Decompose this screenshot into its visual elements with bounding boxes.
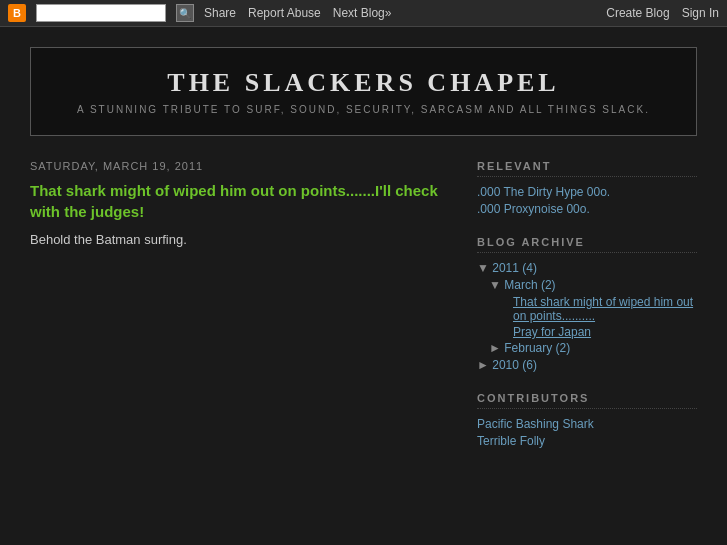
contributors-title: CONTRIBUTORS	[477, 392, 697, 409]
search-box[interactable]	[36, 4, 166, 22]
topbar-nav: Share Report Abuse Next Blog»	[204, 6, 391, 20]
topbar-right: Create Blog Sign In	[606, 6, 719, 20]
relevant-link-1[interactable]: .000 Proxynoise 00o.	[477, 202, 697, 216]
archive-post-1[interactable]: Pray for Japan	[513, 325, 697, 339]
archive-march-row: ▼ March (2)	[489, 278, 697, 292]
archive-2011-toggle[interactable]: ▼	[477, 261, 492, 275]
main-content: SATURDAY, MARCH 19, 2011 That shark migh…	[30, 160, 447, 468]
archive-2010-toggle[interactable]: ►	[477, 358, 492, 372]
archive-february-row: ► February (2)	[489, 341, 697, 355]
search-button[interactable]: 🔍	[176, 4, 194, 22]
archive-february-toggle[interactable]: ►	[489, 341, 504, 355]
archive-2011-children: ▼ March (2) That shark might of wiped hi…	[477, 278, 697, 355]
post-title: That shark might of wiped him out on poi…	[30, 180, 447, 222]
next-blog-link[interactable]: Next Blog»	[333, 6, 392, 20]
report-abuse-link[interactable]: Report Abuse	[248, 6, 321, 20]
archive-section: BLOG ARCHIVE ▼ 2011 (4) ▼ March (2) That…	[477, 236, 697, 372]
archive-post-0[interactable]: That shark might of wiped him out on poi…	[513, 295, 697, 323]
relevant-title: RELEVANT	[477, 160, 697, 177]
post-title-link[interactable]: That shark might of wiped him out on poi…	[30, 182, 438, 220]
archive-year-2011-row: ▼ 2011 (4)	[477, 261, 697, 275]
post-body: Behold the Batman surfing.	[30, 232, 447, 247]
sign-in-link[interactable]: Sign In	[682, 6, 719, 20]
create-blog-link[interactable]: Create Blog	[606, 6, 669, 20]
archive-february-label[interactable]: February (2)	[504, 341, 570, 355]
sidebar: RELEVANT .000 The Dirty Hype 00o. .000 P…	[477, 160, 697, 468]
contributor-0[interactable]: Pacific Bashing Shark	[477, 417, 697, 431]
share-link[interactable]: Share	[204, 6, 236, 20]
archive-march-toggle[interactable]: ▼	[489, 278, 504, 292]
archive-year-2010-row: ► 2010 (6)	[477, 358, 697, 372]
topbar: B 🔍 Share Report Abuse Next Blog» Create…	[0, 0, 727, 27]
site-header: THE SLACKERS CHAPEL A STUNNING TRIBUTE T…	[30, 47, 697, 136]
main-wrapper: THE SLACKERS CHAPEL A STUNNING TRIBUTE T…	[0, 27, 727, 488]
content-area: SATURDAY, MARCH 19, 2011 That shark migh…	[30, 160, 697, 468]
post-date: SATURDAY, MARCH 19, 2011	[30, 160, 447, 172]
site-title: THE SLACKERS CHAPEL	[51, 68, 676, 98]
search-input[interactable]	[41, 7, 161, 19]
relevant-section: RELEVANT .000 The Dirty Hype 00o. .000 P…	[477, 160, 697, 216]
archive-march-posts: That shark might of wiped him out on poi…	[489, 295, 697, 339]
blogger-logo: B	[8, 4, 26, 22]
relevant-link-0[interactable]: .000 The Dirty Hype 00o.	[477, 185, 697, 199]
archive-2010-label[interactable]: 2010 (6)	[492, 358, 537, 372]
contributor-1[interactable]: Terrible Folly	[477, 434, 697, 448]
site-subtitle: A STUNNING TRIBUTE TO SURF, SOUND, SECUR…	[51, 104, 676, 115]
archive-2011-label[interactable]: 2011 (4)	[492, 261, 537, 275]
archive-title: BLOG ARCHIVE	[477, 236, 697, 253]
archive-march-label[interactable]: March (2)	[504, 278, 555, 292]
contributors-section: CONTRIBUTORS Pacific Bashing Shark Terri…	[477, 392, 697, 448]
